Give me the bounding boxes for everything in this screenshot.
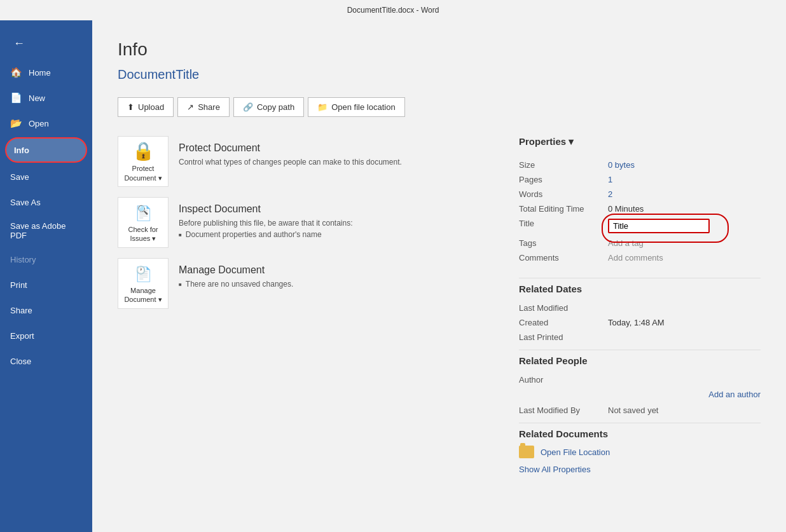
main-content: Info DocumentTitle ⬆ Upload ↗ Share 🔗 Co… (92, 20, 786, 532)
prop-label-title: Title (519, 216, 608, 236)
sidebar-item-label: Save As (10, 198, 41, 207)
prop-label-comments: Comments (519, 250, 608, 265)
sidebar-item-new[interactable]: 📄 New (0, 85, 92, 111)
related-date-row-created: Created Today, 1:48 AM (519, 315, 761, 330)
open-icon: 📂 (10, 118, 22, 129)
last-modified-by-table: Last Modified By Not saved yet (519, 403, 761, 418)
prop-row-comments: Comments Add comments (519, 250, 761, 265)
manage-document-button[interactable]: 📄 🕐 ManageDocument ▾ (118, 258, 169, 309)
upload-button[interactable]: ⬆ Upload (118, 97, 174, 117)
document-title: DocumentTitle (118, 67, 761, 82)
divider1 (519, 278, 761, 278)
sidebar-item-label: Save as Adobe PDF (10, 221, 82, 240)
prop-row-pages: Pages 1 (519, 172, 761, 187)
sidebar-item-share[interactable]: Share (0, 297, 92, 323)
sidebar-item-open[interactable]: 📂 Open (0, 111, 92, 136)
sidebar-item-label: New (29, 93, 45, 103)
created-value: Today, 1:48 AM (608, 315, 761, 330)
manage-document-card: 📄 🕐 ManageDocument ▾ Manage Document ■ T… (118, 258, 493, 309)
last-modified-by-row: Last Modified By Not saved yet (519, 403, 761, 418)
add-author-link[interactable]: Add an author (708, 390, 761, 399)
share-label: Share (198, 102, 220, 112)
upload-icon: ⬆ (127, 102, 134, 112)
inspect-card-sub: ■ Document properties and author's name (179, 230, 353, 239)
sidebar-item-label: Home (29, 68, 51, 78)
sidebar-item-label: Share (10, 306, 32, 315)
bullet-icon2: ■ (179, 282, 182, 287)
new-icon: 📄 (10, 92, 22, 104)
inspect-card-title: Inspect Document (179, 203, 353, 215)
manage-card-sub: ■ There are no unsaved changes. (179, 280, 293, 289)
sidebar-item-home[interactable]: 🏠 Home (0, 60, 92, 85)
prop-label-editing-time: Total Editing Time (519, 201, 608, 216)
inspect-document-card: 📄 🔍 Check forIssues ▾ Inspect Document B… (118, 197, 493, 248)
right-panel: Properties ▾ Size 0 bytes Pages 1 Words … (519, 136, 761, 474)
prop-value-words[interactable]: 2 (608, 187, 761, 201)
prop-label-pages: Pages (519, 172, 608, 187)
protect-card-desc: Control what types of changes people can… (179, 158, 402, 167)
copy-path-icon: 🔗 (243, 102, 253, 112)
sidebar-item-label: Close (10, 357, 31, 366)
sidebar-item-save[interactable]: Save (0, 164, 92, 189)
lock-icon: 🔒 (132, 140, 155, 161)
manage-icon-label: ManageDocument ▾ (124, 286, 162, 304)
prop-row-tags: Tags Add a tag (519, 236, 761, 250)
action-buttons: ⬆ Upload ↗ Share 🔗 Copy path 📁 Open file… (118, 97, 761, 117)
sections-container: 🔒 ProtectDocument ▾ Protect Document Con… (118, 136, 761, 474)
related-documents-header: Related Documents (519, 428, 761, 439)
prop-value-editing-time: 0 Minutes (608, 201, 761, 216)
check-issues-label: Check forIssues ▾ (128, 225, 158, 243)
copy-path-button[interactable]: 🔗 Copy path (233, 97, 304, 117)
last-modified-label: Last Modified (519, 301, 608, 315)
sidebar-item-info[interactable]: Info (5, 137, 87, 163)
title-input[interactable] (608, 219, 710, 233)
related-people-header: Related People (519, 355, 761, 366)
show-all-properties-link[interactable]: Show All Properties (519, 465, 761, 474)
manage-card-text: Manage Document ■ There are no unsaved c… (169, 258, 303, 295)
protect-icon-label: ProtectDocument ▾ (124, 164, 162, 182)
sidebar-item-label: Info (14, 146, 29, 155)
last-modified-by-label: Last Modified By (519, 403, 608, 418)
protect-document-card: 🔒 ProtectDocument ▾ Protect Document Con… (118, 136, 493, 187)
manage-icon: 📄 🕐 (135, 263, 152, 283)
share-button[interactable]: ↗ Share (177, 97, 230, 117)
related-doc-item: Open File Location (519, 446, 761, 458)
related-date-row-modified: Last Modified (519, 301, 761, 315)
protect-card-text: Protect Document Control what types of c… (169, 136, 412, 175)
created-label: Created (519, 315, 608, 330)
sidebar-item-export[interactable]: Export (0, 323, 92, 348)
last-modified-by-value: Not saved yet (608, 403, 761, 418)
properties-header: Properties ▾ (519, 136, 761, 147)
prop-row-title: Title (519, 216, 761, 236)
last-printed-value (608, 330, 761, 344)
sidebar-item-save-as[interactable]: Save As (0, 189, 92, 215)
protect-card-title: Protect Document (179, 142, 402, 154)
bullet-icon: ■ (179, 232, 182, 238)
manage-card-title: Manage Document (179, 264, 293, 276)
prop-value-size[interactable]: 0 bytes (608, 158, 761, 172)
author-label: Author (519, 375, 543, 385)
prop-value-pages[interactable]: 1 (608, 172, 761, 187)
inspect-card-desc: Before publishing this file, be aware th… (179, 219, 353, 228)
page-title: Info (118, 39, 761, 60)
share-icon: ↗ (187, 102, 194, 112)
sidebar-item-close[interactable]: Close (0, 348, 92, 374)
back-button[interactable]: ← (8, 32, 31, 55)
protect-document-button[interactable]: 🔒 ProtectDocument ▾ (118, 136, 169, 187)
open-location-icon: 📁 (317, 102, 328, 112)
check-issues-button[interactable]: 📄 🔍 Check forIssues ▾ (118, 197, 169, 248)
author-row: Author (519, 372, 761, 387)
sidebar-item-history: History (0, 247, 92, 272)
prop-value-comments: Add comments (608, 250, 761, 265)
main-layout: ← 🏠 Home 📄 New 📂 Open Info Save Save As … (0, 20, 786, 532)
sidebar-item-save-adobe[interactable]: Save as Adobe PDF (0, 215, 92, 247)
last-printed-label: Last Printed (519, 330, 608, 344)
open-file-location-button[interactable]: 📁 Open file location (308, 97, 404, 117)
prop-row-size: Size 0 bytes (519, 158, 761, 172)
sidebar-item-label: Open (29, 119, 49, 128)
sidebar-item-print[interactable]: Print (0, 272, 92, 297)
home-icon: 🏠 (10, 67, 22, 78)
open-file-location-link[interactable]: Open File Location (541, 447, 610, 457)
left-sections: 🔒 ProtectDocument ▾ Protect Document Con… (118, 136, 493, 474)
prop-value-title (608, 216, 761, 236)
